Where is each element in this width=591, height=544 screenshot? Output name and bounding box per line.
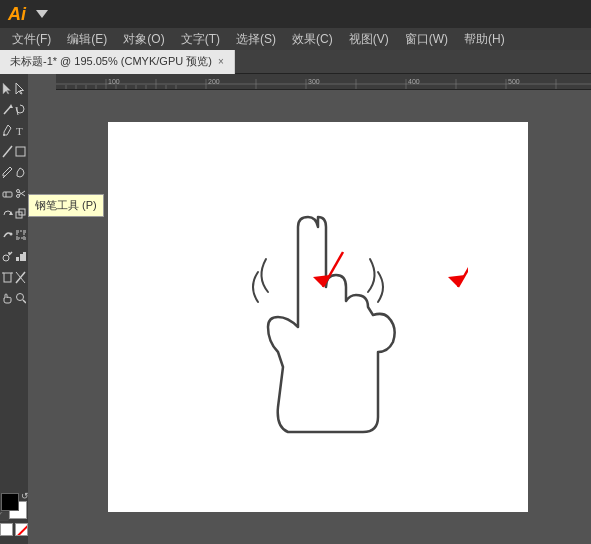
scale-tool[interactable] <box>14 204 27 224</box>
menu-file[interactable]: 文件(F) <box>4 29 59 50</box>
none-swatch[interactable] <box>15 523 28 536</box>
tab-close-button[interactable]: × <box>218 56 224 67</box>
app-logo: Ai <box>8 4 26 25</box>
svg-point-26 <box>3 255 9 261</box>
slice-tool[interactable] <box>14 267 27 287</box>
toolbar: T <box>0 74 28 544</box>
svg-text:100: 100 <box>108 78 120 85</box>
menu-text[interactable]: 文字(T) <box>173 29 228 50</box>
free-transform-tool[interactable] <box>14 225 27 245</box>
artboard-tool[interactable] <box>1 267 14 287</box>
svg-rect-24 <box>16 237 19 240</box>
svg-rect-11 <box>3 192 12 197</box>
menu-help[interactable]: 帮助(H) <box>456 29 513 50</box>
warp-free-tools <box>1 225 27 245</box>
svg-rect-23 <box>23 230 26 233</box>
svg-line-38 <box>23 300 26 303</box>
svg-text:200: 200 <box>208 78 220 85</box>
foreground-color-swatch[interactable] <box>1 493 19 511</box>
svg-marker-1 <box>3 83 11 94</box>
stroke-swatch[interactable] <box>0 523 13 536</box>
hand-drawing <box>168 167 468 467</box>
canvas-paper <box>108 122 528 512</box>
svg-point-6 <box>3 134 5 136</box>
symbol-graph-tools <box>1 246 27 266</box>
tab-bar: 未标题-1* @ 195.05% (CMYK/GPU 预览) × <box>0 50 591 74</box>
column-graph-tool[interactable] <box>14 246 27 266</box>
line-rect-tools <box>1 141 27 161</box>
hand-tool[interactable] <box>1 288 14 308</box>
arrow-icon <box>34 6 50 22</box>
main-layout: T <box>0 74 591 544</box>
svg-rect-29 <box>16 257 19 261</box>
svg-marker-2 <box>16 83 24 94</box>
lasso-tool[interactable] <box>14 99 27 119</box>
svg-rect-25 <box>23 237 26 240</box>
svg-line-8 <box>3 146 12 157</box>
warp-tool[interactable] <box>1 225 14 245</box>
pen-type-tools: T <box>1 120 27 140</box>
menu-bar: 文件(F) 编辑(E) 对象(O) 文字(T) 选择(S) 效果(C) 视图(V… <box>0 28 591 50</box>
eraser-tool[interactable] <box>1 183 14 203</box>
tab-label: 未标题-1* @ 195.05% (CMYK/GPU 预览) <box>10 54 212 69</box>
rotate-tool[interactable] <box>1 204 14 224</box>
ruler-top: 100 200 300 400 500 <box>56 74 591 90</box>
scissors-tool[interactable] <box>14 183 27 203</box>
svg-rect-32 <box>4 273 11 282</box>
svg-text:300: 300 <box>308 78 320 85</box>
hand-zoom-tools <box>1 288 27 308</box>
svg-rect-9 <box>16 147 25 156</box>
direct-selection-tool[interactable] <box>14 78 27 98</box>
zoom-tool[interactable] <box>14 288 27 308</box>
artboard-slice-tools <box>1 267 27 287</box>
menu-object[interactable]: 对象(O) <box>115 29 172 50</box>
svg-marker-0 <box>36 10 48 18</box>
color-section: ↺ ⬛ <box>0 489 30 540</box>
pencil-tool[interactable] <box>1 162 14 182</box>
svg-text:T: T <box>16 125 23 137</box>
eraser-scissors-tools <box>1 183 27 203</box>
selection-tool[interactable] <box>1 78 14 98</box>
svg-rect-31 <box>23 252 26 261</box>
title-bar: Ai <box>0 0 591 28</box>
svg-rect-22 <box>16 230 19 233</box>
svg-point-37 <box>17 293 24 300</box>
svg-point-20 <box>10 232 13 235</box>
default-colors-icon[interactable]: ⬛ <box>0 512 9 521</box>
rotate-scale-tools <box>1 204 27 224</box>
menu-select[interactable]: 选择(S) <box>228 29 284 50</box>
menu-effect[interactable]: 效果(C) <box>284 29 341 50</box>
type-tool[interactable]: T <box>14 120 27 140</box>
menu-edit[interactable]: 编辑(E) <box>59 29 115 50</box>
menu-view[interactable]: 视图(V) <box>341 29 397 50</box>
line-tool[interactable] <box>1 141 14 161</box>
svg-text:500: 500 <box>508 78 520 85</box>
selection-tools <box>1 78 27 98</box>
pen-tool[interactable] <box>1 120 14 140</box>
canvas-area[interactable] <box>44 90 591 544</box>
magic-wand-tool[interactable] <box>1 99 14 119</box>
blob-brush-tool[interactable] <box>14 162 27 182</box>
pencil-brush-tools <box>1 162 27 182</box>
svg-text:400: 400 <box>408 78 420 85</box>
rect-tool[interactable] <box>14 141 27 161</box>
svg-marker-4 <box>9 104 13 108</box>
symbol-sprayer-tool[interactable] <box>1 246 14 266</box>
svg-point-28 <box>8 252 10 254</box>
menu-window[interactable]: 窗口(W) <box>397 29 456 50</box>
svg-rect-30 <box>20 254 23 261</box>
document-tab[interactable]: 未标题-1* @ 195.05% (CMYK/GPU 预览) × <box>0 50 235 74</box>
magic-lasso-tools <box>1 99 27 119</box>
